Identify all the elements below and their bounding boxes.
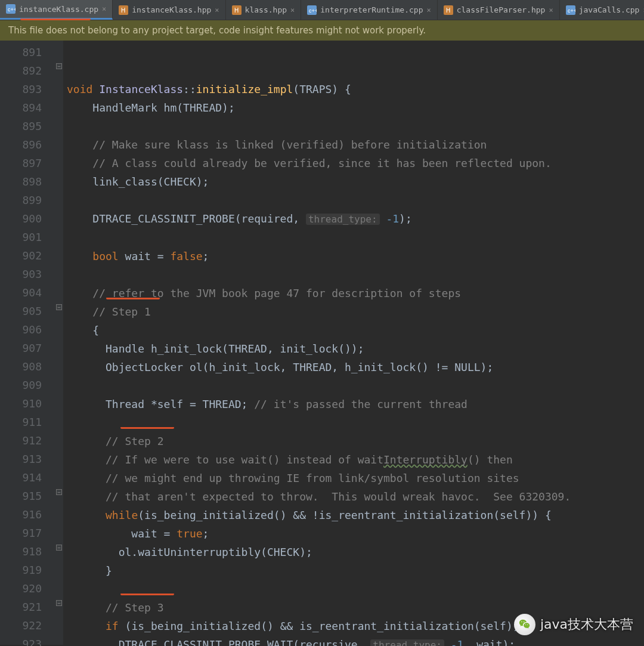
wechat-icon <box>514 614 535 635</box>
code-line: // that aren't expected to throw. This w… <box>67 490 571 503</box>
code-editor[interactable]: 891 892 893 894 895 896 897 898 899 900 … <box>0 41 644 645</box>
inlay-hint: thread_type: <box>370 639 444 646</box>
code-line: // we might end up throwing IE from link… <box>67 472 519 484</box>
close-icon[interactable]: × <box>426 6 431 14</box>
svg-text:c++: c++ <box>309 8 317 14</box>
close-icon[interactable]: × <box>290 6 295 14</box>
fold-marker-icon[interactable]: − <box>56 304 62 310</box>
code-line: DTRACE_CLASSINIT_PROBE(required, thread_… <box>67 212 412 225</box>
tab-label: javaCalls.cpp <box>579 5 640 14</box>
code-line: link_class(CHECK); <box>67 175 209 188</box>
svg-text:c++: c++ <box>8 7 16 13</box>
watermark: java技术大本营 <box>514 614 633 635</box>
tab-interpreterruntime-cpp[interactable]: c++ interpreterRuntime.cpp × <box>301 0 437 20</box>
cpp-file-icon: c++ <box>307 5 317 15</box>
fold-column: − − − − − <box>55 41 63 645</box>
tab-label: instanceKlass.cpp <box>19 5 98 14</box>
tab-label: instanceKlass.hpp <box>132 5 211 14</box>
fold-marker-icon[interactable]: − <box>56 63 62 69</box>
annotation-underline <box>120 426 174 429</box>
code-line: ObjectLocker ol(h_init_lock, THREAD, h_i… <box>67 361 493 373</box>
fold-marker-icon[interactable]: − <box>56 489 62 495</box>
tab-label: interpreterRuntime.cpp <box>320 5 423 14</box>
cpp-file-icon: c++ <box>566 5 575 15</box>
hpp-file-icon: H <box>444 5 453 15</box>
line-number-gutter: 891 892 893 894 895 896 897 898 899 900 … <box>0 41 55 645</box>
fold-marker-icon[interactable]: − <box>56 600 62 606</box>
tab-instanceklass-hpp[interactable]: H instanceKlass.hpp × <box>113 0 225 20</box>
code-line: // Step 1 <box>67 305 151 318</box>
fold-marker-icon[interactable]: − <box>56 545 62 551</box>
tab-label: classFileParser.hpp <box>457 5 546 14</box>
tab-instanceklass-cpp[interactable]: c++ instanceKlass.cpp × <box>0 0 113 20</box>
code-line: // Step 2 <box>67 435 164 447</box>
code-line: } <box>67 564 112 577</box>
code-line: ol.waitUninterruptibly(CHECK); <box>67 546 312 558</box>
code-line: void InstanceKlass::initialize_impl(TRAP… <box>67 83 351 95</box>
annotation-underline <box>106 297 160 299</box>
code-line: Handle h_init_lock(THREAD, init_lock()); <box>67 342 364 355</box>
code-line: // Step 3 <box>67 601 164 614</box>
code-line: if (is_being_initialized() && is_reentra… <box>67 620 532 632</box>
annotation-underline <box>20 18 91 20</box>
warning-text: This file does not belong to any project… <box>8 25 426 36</box>
code-line: DTRACE_CLASSINIT_PROBE_WAIT(recursive, t… <box>67 638 515 646</box>
code-line: HandleMark hm(THREAD); <box>67 101 235 114</box>
editor-tab-bar: c++ instanceKlass.cpp × H instanceKlass.… <box>0 0 644 20</box>
warning-banner: This file does not belong to any project… <box>0 20 644 41</box>
close-icon[interactable]: × <box>215 6 219 14</box>
code-line: // Make sure klass is linked (verified) … <box>67 138 487 151</box>
tab-label: klass.hpp <box>245 5 287 14</box>
code-line: { <box>67 324 99 336</box>
svg-text:H: H <box>121 7 125 14</box>
tab-javacalls-cpp[interactable]: c++ javaCalls.cpp × <box>560 0 644 20</box>
code-line: while(is_being_initialized() && !is_reen… <box>67 509 552 521</box>
code-area[interactable]: void InstanceKlass::initialize_impl(TRAP… <box>63 41 644 645</box>
hpp-file-icon: H <box>232 5 242 15</box>
hpp-file-icon: H <box>119 5 128 15</box>
tab-klass-hpp[interactable]: H klass.hpp × <box>226 0 302 20</box>
cpp-file-icon: c++ <box>6 4 16 14</box>
watermark-text: java技术大本营 <box>540 616 633 633</box>
svg-text:H: H <box>446 7 450 14</box>
svg-text:H: H <box>234 7 239 14</box>
code-line: Thread *self = THREAD; // it's passed th… <box>67 398 467 410</box>
inlay-hint: thread_type: <box>306 214 380 225</box>
svg-text:c++: c++ <box>568 8 575 14</box>
code-line: // A class could already be verified, si… <box>67 157 552 169</box>
code-line: // If we were to use wait() instead of w… <box>67 453 513 466</box>
code-line: bool wait = false; <box>67 250 209 262</box>
tab-classfileparser-hpp[interactable]: H classFileParser.hpp × <box>438 0 560 20</box>
annotation-underline <box>120 593 174 595</box>
close-icon[interactable]: × <box>102 5 106 13</box>
close-icon[interactable]: × <box>549 6 553 14</box>
code-line: wait = true; <box>67 527 209 540</box>
